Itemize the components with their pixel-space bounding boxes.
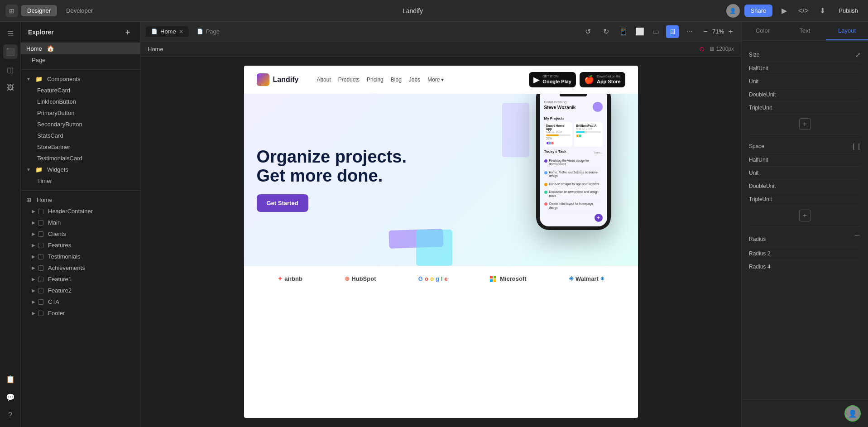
unit-row: Unit [749,75,861,88]
page-label: Page [32,57,45,63]
home-section-label: Home [37,197,53,203]
tree-linkiconbutton[interactable]: LinkIconButton [21,96,140,107]
tree-storebanner[interactable]: StoreBanner [21,141,140,153]
download-icon[interactable]: ⬇ [815,4,830,18]
zoom-out-button[interactable]: − [700,27,710,37]
header-checkbox[interactable] [38,209,43,214]
nav-jobs[interactable]: Jobs [409,77,420,83]
nav-more[interactable]: More ▾ [427,77,443,83]
page-clients: ✦ airbnb ⊛ HubSpot Google [244,266,638,291]
zoom-in-button[interactable]: + [726,27,736,37]
testimonials-checkbox[interactable] [38,254,43,259]
redo-icon[interactable]: ↻ [599,24,614,39]
share-button[interactable]: Share [744,5,773,17]
tree-components-folder[interactable]: ▼ 📁 Components [21,73,140,85]
tab-page[interactable]: 📄 Page [192,26,225,37]
app-store-button[interactable]: 🍎 Download on the App Store [580,72,625,87]
tab-home[interactable]: 📄 Home ✕ [146,26,189,37]
footer-checkbox[interactable] [38,311,43,316]
divider-2 [749,226,861,226]
tab-color[interactable]: Color [742,22,784,40]
play-icon[interactable]: ▶ [777,4,791,18]
publish-button[interactable]: Publish [834,5,863,16]
pages-icon[interactable]: 📋 [3,372,18,386]
radius-4-label: Radius 4 [749,264,770,270]
cta-checkbox[interactable] [38,299,43,305]
main-checkbox[interactable] [38,220,43,225]
phone-project-2: BrilliantPad A Aug 12, 2019 [574,122,603,147]
discord-icon[interactable]: 💬 [3,390,18,404]
current-user-avatar[interactable]: 👤 [844,405,861,422]
clients-checkbox[interactable] [38,231,43,237]
tree-secondarybutton[interactable]: SecondaryButton [21,119,140,130]
tree-home[interactable]: Home 🏠 [21,43,140,54]
layers-icon[interactable]: ⬛ [3,44,18,59]
hero-text: Organize projects. Get more done. Get St… [257,148,625,212]
apps-icon[interactable]: ⊞ [5,5,18,17]
chevron-right-testimonials: ▶ [32,254,35,259]
nav-about[interactable]: About [317,77,331,83]
more-options-icon[interactable]: ··· [682,24,697,39]
hero-cta-button[interactable]: Get Started [257,194,308,212]
device-mobile-icon[interactable]: 📱 [617,25,630,38]
nav-pricing[interactable]: Pricing [367,77,384,83]
tree-clients[interactable]: ▶ Clients [21,228,140,240]
canvas-viewport[interactable]: Landify About Products Pricing Blog Jobs… [140,57,741,427]
components-icon[interactable]: ◫ [3,62,18,77]
tree-widgets-folder[interactable]: ▼ 📁 Widgets [21,164,140,175]
code-icon[interactable]: </> [796,4,810,18]
developer-tab[interactable]: Developer [60,5,99,16]
size-add-button[interactable]: + [799,118,811,130]
tree-testimonials[interactable]: ▶ Testimonials [21,251,140,262]
tree-statscard[interactable]: StatsCard [21,130,140,141]
nav-blog[interactable]: Blog [391,77,402,83]
achievements-checkbox[interactable] [38,265,43,271]
help-icon[interactable]: ? [3,408,18,422]
tree-primarybutton[interactable]: PrimaryButton [21,107,140,119]
designer-tab[interactable]: Designer [21,5,57,16]
tree-feature2[interactable]: ▶ Feature2 [21,285,140,296]
monitor-icon: 🖥 [709,46,715,52]
tab-layout[interactable]: Layout [826,22,868,40]
google-play-icon: ▶ [533,75,540,85]
device-tablet-icon[interactable]: ⬜ [633,25,646,38]
device-tablet2-icon[interactable]: ▭ [650,25,662,38]
airbnb-icon: ✦ [278,275,283,282]
tab-home-label: Home [160,28,176,35]
menu-icon[interactable]: ☰ [3,26,18,41]
space-add-button[interactable]: + [799,210,811,221]
google-play-button[interactable]: ▶ GET IT ON Google Play [529,72,576,87]
tree-page[interactable]: Page [21,54,140,66]
tree-cta[interactable]: ▶ CTA [21,296,140,307]
tree-main[interactable]: ▶ Main [21,217,140,228]
tree-features[interactable]: ▶ Features [21,240,140,251]
features-checkbox[interactable] [38,243,43,248]
space-half-unit-label: HalfUnit [749,157,768,163]
tree-home-section[interactable]: ⊞ Home [21,194,140,206]
space-icon: | | [853,143,861,150]
chevron-right-cta: ▶ [32,299,35,304]
feature2-checkbox[interactable] [38,288,43,293]
tree-testimonialscard[interactable]: TestimonialsCard [21,153,140,164]
google-g: G [418,275,423,282]
tree-timer[interactable]: Timer [21,175,140,187]
phone-app2-progress-fill [576,131,585,133]
tree-footer[interactable]: ▶ Footer [21,307,140,319]
tree-featurecard[interactable]: FeatureCard [21,85,140,96]
tree-headercontainer[interactable]: ▶ HeaderContainer [21,206,140,217]
media-icon[interactable]: 🖼 [3,81,18,95]
feature1-checkbox[interactable] [38,277,43,282]
phone-fab-button[interactable]: + [595,214,603,222]
device-desktop-icon[interactable]: 🖥 [666,25,679,38]
hubspot-text: HubSpot [351,275,376,282]
user-avatar[interactable]: 👤 [726,4,740,18]
tab-close-icon[interactable]: ✕ [179,29,183,35]
nav-products[interactable]: Products [338,77,360,83]
tree-feature1[interactable]: ▶ Feature1 [21,273,140,285]
size-expand-icon[interactable]: ⤢ [855,51,861,58]
space-header-row: Space | | [749,139,861,154]
tab-text[interactable]: Text [784,22,826,40]
tree-achievements[interactable]: ▶ Achievements [21,262,140,273]
undo-icon[interactable]: ↺ [581,24,595,39]
add-item-button[interactable]: + [123,27,133,37]
